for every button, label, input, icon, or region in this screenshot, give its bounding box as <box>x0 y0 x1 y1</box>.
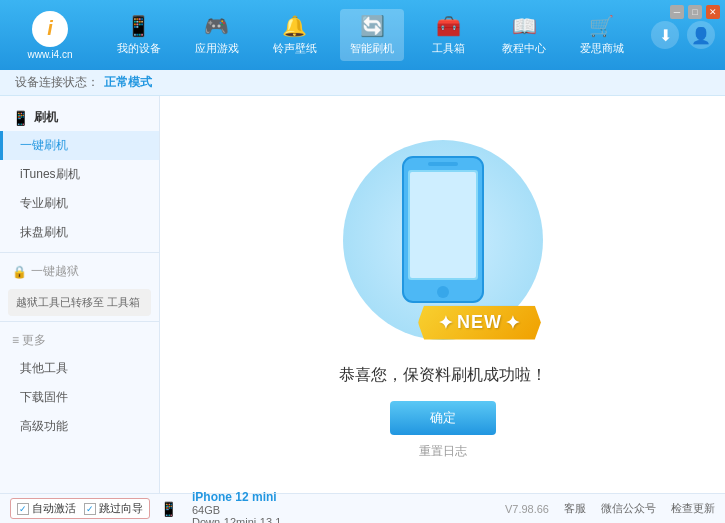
device-name: iPhone 12 mini <box>192 490 281 504</box>
shop-icon: 🛒 <box>589 14 614 38</box>
svg-rect-2 <box>428 162 458 166</box>
nav-label-ringtones: 铃声壁纸 <box>273 41 317 56</box>
version-text: V7.98.66 <box>505 503 549 515</box>
flash-section-icon: 📱 <box>12 110 29 126</box>
auto-activate-label: 自动激活 <box>32 501 76 516</box>
nav-item-apps-games[interactable]: 🎮 应用游戏 <box>185 9 249 61</box>
download-button[interactable]: ⬇ <box>651 21 679 49</box>
skip-wizard-checkbox-item[interactable]: ✓ 跳过向导 <box>84 501 143 516</box>
skip-wizard-label: 跳过向导 <box>99 501 143 516</box>
sparkle-left: ✦ <box>438 312 454 334</box>
success-text: 恭喜您，保资料刷机成功啦！ <box>339 365 547 386</box>
nav-label-shop: 爱思商城 <box>580 41 624 56</box>
jailbreak-section-label: 一键越狱 <box>31 263 79 280</box>
status-value: 正常模式 <box>104 74 152 91</box>
status-label: 设备连接状态： <box>15 74 99 91</box>
phone-svg <box>398 152 488 312</box>
apps-games-icon: 🎮 <box>204 14 229 38</box>
nav-label-toolbox: 工具箱 <box>432 41 465 56</box>
auto-activate-checkbox[interactable]: ✓ <box>17 503 29 515</box>
restore-button[interactable]: □ <box>688 5 702 19</box>
sidebar-item-advanced[interactable]: 高级功能 <box>0 412 159 441</box>
sparkle-right: ✦ <box>505 312 521 334</box>
logo: i www.i4.cn <box>10 11 90 60</box>
user-button[interactable]: 👤 <box>687 21 715 49</box>
nav-label-tutorials: 教程中心 <box>502 41 546 56</box>
sidebar-item-download-firmware[interactable]: 下载固件 <box>0 383 159 412</box>
nav-item-my-device[interactable]: 📱 我的设备 <box>107 9 171 61</box>
sidebar-divider-1 <box>0 252 159 253</box>
nav-label-apps-games: 应用游戏 <box>195 41 239 56</box>
flash-section-label: 刷机 <box>34 109 58 126</box>
jailbreak-notice: 越狱工具已转移至 工具箱 <box>8 289 151 316</box>
sidebar-item-other-tools[interactable]: 其他工具 <box>0 354 159 383</box>
logo-icon: i <box>32 11 68 47</box>
svg-rect-4 <box>410 172 476 278</box>
minimize-button[interactable]: ─ <box>670 5 684 19</box>
more-section-label: ≡ 更多 <box>12 332 46 349</box>
header: ─ □ ✕ i www.i4.cn 📱 我的设备 🎮 应用游戏 🔔 铃声壁纸 🔄… <box>0 0 725 70</box>
retry-link[interactable]: 重置日志 <box>419 443 467 460</box>
device-checkbox-area: ✓ 自动激活 ✓ 跳过向导 <box>10 498 150 519</box>
nav-item-shop[interactable]: 🛒 爱思商城 <box>570 9 634 61</box>
customer-service-link[interactable]: 客服 <box>564 501 586 516</box>
header-right: ⬇ 👤 <box>651 21 715 49</box>
main-layout: 📱 刷机 一键刷机 iTunes刷机 专业刷机 抹盘刷机 🔒 一键越狱 越狱工具… <box>0 96 725 493</box>
nav-label-smart-flash: 智能刷机 <box>350 41 394 56</box>
toolbox-icon: 🧰 <box>436 14 461 38</box>
smart-flash-icon: 🔄 <box>360 14 385 38</box>
bottom-right: V7.98.66 客服 微信公众号 检查更新 <box>505 501 715 516</box>
confirm-button[interactable]: 确定 <box>390 401 496 435</box>
window-controls: ─ □ ✕ <box>670 5 720 19</box>
device-model: Down-12mini-13,1 <box>192 516 281 524</box>
sidebar-item-wipe-flash[interactable]: 抹盘刷机 <box>0 218 159 247</box>
skip-wizard-checkbox[interactable]: ✓ <box>84 503 96 515</box>
nav-label-my-device: 我的设备 <box>117 41 161 56</box>
close-button[interactable]: ✕ <box>706 5 720 19</box>
nav-item-smart-flash[interactable]: 🔄 智能刷机 <box>340 9 404 61</box>
sidebar-divider-2 <box>0 321 159 322</box>
sidebar-item-pro-flash[interactable]: 专业刷机 <box>0 189 159 218</box>
status-bar: 设备连接状态： 正常模式 <box>0 70 725 96</box>
check-update-link[interactable]: 检查更新 <box>671 501 715 516</box>
sidebar-item-itunes-flash[interactable]: iTunes刷机 <box>0 160 159 189</box>
auto-activate-checkbox-item[interactable]: ✓ 自动激活 <box>17 501 76 516</box>
nav-item-ringtones[interactable]: 🔔 铃声壁纸 <box>263 9 327 61</box>
new-badge: ✦ NEW ✦ <box>418 306 541 340</box>
logo-url: www.i4.cn <box>27 49 72 60</box>
tutorials-icon: 📖 <box>512 14 537 38</box>
device-info: iPhone 12 mini 64GB Down-12mini-13,1 <box>192 490 281 524</box>
nav-item-toolbox[interactable]: 🧰 工具箱 <box>418 9 478 61</box>
ringtones-icon: 🔔 <box>282 14 307 38</box>
my-device-icon: 📱 <box>126 14 151 38</box>
sidebar: 📱 刷机 一键刷机 iTunes刷机 专业刷机 抹盘刷机 🔒 一键越狱 越狱工具… <box>0 96 160 493</box>
sidebar-item-one-click-flash[interactable]: 一键刷机 <box>0 131 159 160</box>
phone-illustration: ✦ NEW ✦ <box>333 130 553 350</box>
wechat-link[interactable]: 微信公众号 <box>601 501 656 516</box>
sidebar-flash-section: 📱 刷机 <box>0 104 159 131</box>
device-phone-icon: 📱 <box>160 501 177 517</box>
new-text: NEW <box>457 312 502 333</box>
device-capacity: 64GB <box>192 504 281 516</box>
navigation: 📱 我的设备 🎮 应用游戏 🔔 铃声壁纸 🔄 智能刷机 🧰 工具箱 📖 教程中心… <box>100 9 641 61</box>
bottom-bar: ✓ 自动激活 ✓ 跳过向导 📱 iPhone 12 mini 64GB Down… <box>0 493 725 523</box>
nav-item-tutorials[interactable]: 📖 教程中心 <box>492 9 556 61</box>
content-area: ✦ NEW ✦ 恭喜您，保资料刷机成功啦！ 确定 重置日志 <box>160 96 725 493</box>
sidebar-jailbreak-section: 🔒 一键越狱 <box>0 258 159 285</box>
sidebar-more-section: ≡ 更多 <box>0 327 159 354</box>
svg-point-3 <box>437 286 449 298</box>
lock-icon: 🔒 <box>12 265 27 279</box>
